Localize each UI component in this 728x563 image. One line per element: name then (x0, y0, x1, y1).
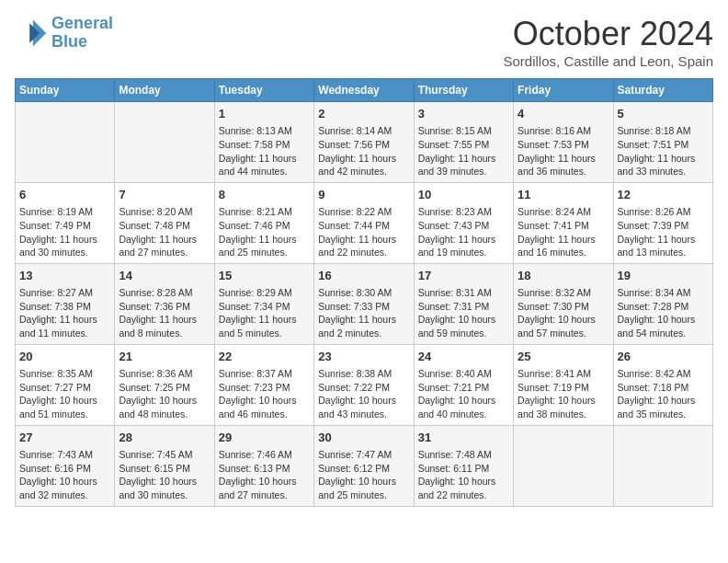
day-cell: 22Sunrise: 8:37 AM Sunset: 7:23 PM Dayli… (214, 344, 313, 425)
day-info: Sunrise: 8:16 AM Sunset: 7:53 PM Dayligh… (518, 124, 609, 178)
day-cell: 29Sunrise: 7:46 AM Sunset: 6:13 PM Dayli… (214, 425, 313, 506)
day-number: 27 (19, 430, 110, 446)
day-info: Sunrise: 8:30 AM Sunset: 7:33 PM Dayligh… (318, 286, 409, 340)
day-info: Sunrise: 8:42 AM Sunset: 7:18 PM Dayligh… (618, 367, 709, 421)
day-number: 15 (219, 268, 310, 284)
day-cell: 21Sunrise: 8:36 AM Sunset: 7:25 PM Dayli… (115, 344, 214, 425)
day-info: Sunrise: 7:43 AM Sunset: 6:16 PM Dayligh… (19, 448, 110, 502)
day-cell: 14Sunrise: 8:28 AM Sunset: 7:36 PM Dayli… (115, 263, 214, 344)
day-number: 31 (418, 430, 509, 446)
day-cell (613, 425, 712, 506)
day-number: 9 (318, 187, 409, 203)
day-info: Sunrise: 7:48 AM Sunset: 6:11 PM Dayligh… (418, 448, 509, 502)
day-cell: 4Sunrise: 8:16 AM Sunset: 7:53 PM Daylig… (514, 102, 613, 183)
day-number: 30 (318, 430, 409, 446)
day-number: 8 (219, 187, 310, 203)
column-header-wednesday: Wednesday (314, 79, 414, 102)
day-number: 7 (119, 187, 210, 203)
day-info: Sunrise: 8:41 AM Sunset: 7:19 PM Dayligh… (518, 367, 609, 421)
day-cell: 15Sunrise: 8:29 AM Sunset: 7:34 PM Dayli… (214, 263, 313, 344)
day-number: 18 (518, 268, 609, 284)
day-cell: 23Sunrise: 8:38 AM Sunset: 7:22 PM Dayli… (314, 344, 414, 425)
day-number: 14 (119, 268, 210, 284)
column-header-thursday: Thursday (414, 79, 513, 102)
day-cell: 9Sunrise: 8:22 AM Sunset: 7:44 PM Daylig… (314, 182, 414, 263)
day-number: 3 (418, 106, 509, 122)
week-row-1: 1Sunrise: 8:13 AM Sunset: 7:58 PM Daylig… (16, 102, 713, 183)
title-block: October 2024 Sordillos, Castille and Leo… (504, 15, 713, 69)
day-number: 17 (418, 268, 509, 284)
day-cell: 13Sunrise: 8:27 AM Sunset: 7:38 PM Dayli… (16, 263, 115, 344)
logo-icon (15, 17, 48, 50)
day-cell (115, 102, 214, 183)
day-cell: 27Sunrise: 7:43 AM Sunset: 6:16 PM Dayli… (16, 425, 115, 506)
day-info: Sunrise: 8:26 AM Sunset: 7:39 PM Dayligh… (618, 205, 709, 259)
day-number: 29 (219, 430, 310, 446)
day-info: Sunrise: 8:19 AM Sunset: 7:49 PM Dayligh… (19, 205, 110, 259)
day-info: Sunrise: 8:34 AM Sunset: 7:28 PM Dayligh… (618, 286, 709, 340)
day-number: 10 (418, 187, 509, 203)
day-number: 2 (318, 106, 409, 122)
header: General Blue October 2024 Sordillos, Cas… (15, 15, 713, 69)
day-info: Sunrise: 8:38 AM Sunset: 7:22 PM Dayligh… (318, 367, 409, 421)
day-cell: 18Sunrise: 8:32 AM Sunset: 7:30 PM Dayli… (514, 263, 613, 344)
logo: General Blue (15, 15, 113, 52)
day-number: 26 (618, 349, 709, 365)
day-info: Sunrise: 8:32 AM Sunset: 7:30 PM Dayligh… (518, 286, 609, 340)
day-number: 12 (618, 187, 709, 203)
day-info: Sunrise: 8:18 AM Sunset: 7:51 PM Dayligh… (618, 124, 709, 178)
column-header-saturday: Saturday (613, 79, 712, 102)
day-info: Sunrise: 8:21 AM Sunset: 7:46 PM Dayligh… (219, 205, 310, 259)
day-number: 22 (219, 349, 310, 365)
day-cell: 10Sunrise: 8:23 AM Sunset: 7:43 PM Dayli… (414, 182, 513, 263)
day-info: Sunrise: 7:47 AM Sunset: 6:12 PM Dayligh… (318, 448, 409, 502)
location-subtitle: Sordillos, Castille and Leon, Spain (504, 53, 713, 69)
week-row-4: 20Sunrise: 8:35 AM Sunset: 7:27 PM Dayli… (16, 344, 713, 425)
header-row: SundayMondayTuesdayWednesdayThursdayFrid… (16, 79, 713, 102)
day-number: 11 (518, 187, 609, 203)
column-header-sunday: Sunday (16, 79, 115, 102)
day-number: 16 (318, 268, 409, 284)
day-info: Sunrise: 8:40 AM Sunset: 7:21 PM Dayligh… (418, 367, 509, 421)
day-number: 23 (318, 349, 409, 365)
calendar-table: SundayMondayTuesdayWednesdayThursdayFrid… (15, 78, 713, 507)
day-number: 21 (119, 349, 210, 365)
day-cell: 28Sunrise: 7:45 AM Sunset: 6:15 PM Dayli… (115, 425, 214, 506)
day-cell: 12Sunrise: 8:26 AM Sunset: 7:39 PM Dayli… (613, 182, 712, 263)
day-number: 13 (19, 268, 110, 284)
day-cell: 5Sunrise: 8:18 AM Sunset: 7:51 PM Daylig… (613, 102, 712, 183)
day-cell: 8Sunrise: 8:21 AM Sunset: 7:46 PM Daylig… (214, 182, 313, 263)
day-number: 5 (618, 106, 709, 122)
day-number: 19 (618, 268, 709, 284)
day-cell: 31Sunrise: 7:48 AM Sunset: 6:11 PM Dayli… (414, 425, 513, 506)
day-cell (514, 425, 613, 506)
day-cell: 25Sunrise: 8:41 AM Sunset: 7:19 PM Dayli… (514, 344, 613, 425)
logo-blue: Blue (51, 32, 87, 51)
day-cell: 24Sunrise: 8:40 AM Sunset: 7:21 PM Dayli… (414, 344, 513, 425)
day-number: 25 (518, 349, 609, 365)
day-cell (16, 102, 115, 183)
column-header-tuesday: Tuesday (214, 79, 313, 102)
day-cell: 3Sunrise: 8:15 AM Sunset: 7:55 PM Daylig… (414, 102, 513, 183)
day-info: Sunrise: 8:35 AM Sunset: 7:27 PM Dayligh… (19, 367, 110, 421)
day-number: 24 (418, 349, 509, 365)
day-info: Sunrise: 8:15 AM Sunset: 7:55 PM Dayligh… (418, 124, 509, 178)
day-cell: 6Sunrise: 8:19 AM Sunset: 7:49 PM Daylig… (16, 182, 115, 263)
week-row-5: 27Sunrise: 7:43 AM Sunset: 6:16 PM Dayli… (16, 425, 713, 506)
day-cell: 16Sunrise: 8:30 AM Sunset: 7:33 PM Dayli… (314, 263, 414, 344)
day-info: Sunrise: 8:24 AM Sunset: 7:41 PM Dayligh… (518, 205, 609, 259)
day-cell: 20Sunrise: 8:35 AM Sunset: 7:27 PM Dayli… (16, 344, 115, 425)
day-info: Sunrise: 7:45 AM Sunset: 6:15 PM Dayligh… (119, 448, 210, 502)
day-number: 20 (19, 349, 110, 365)
day-info: Sunrise: 8:36 AM Sunset: 7:25 PM Dayligh… (119, 367, 210, 421)
day-cell: 17Sunrise: 8:31 AM Sunset: 7:31 PM Dayli… (414, 263, 513, 344)
column-header-friday: Friday (514, 79, 613, 102)
day-cell: 11Sunrise: 8:24 AM Sunset: 7:41 PM Dayli… (514, 182, 613, 263)
day-info: Sunrise: 8:14 AM Sunset: 7:56 PM Dayligh… (318, 124, 409, 178)
logo-text: General Blue (51, 15, 113, 52)
day-info: Sunrise: 7:46 AM Sunset: 6:13 PM Dayligh… (219, 448, 310, 502)
day-cell: 30Sunrise: 7:47 AM Sunset: 6:12 PM Dayli… (314, 425, 414, 506)
day-info: Sunrise: 8:22 AM Sunset: 7:44 PM Dayligh… (318, 205, 409, 259)
day-cell: 1Sunrise: 8:13 AM Sunset: 7:58 PM Daylig… (214, 102, 313, 183)
column-header-monday: Monday (115, 79, 214, 102)
